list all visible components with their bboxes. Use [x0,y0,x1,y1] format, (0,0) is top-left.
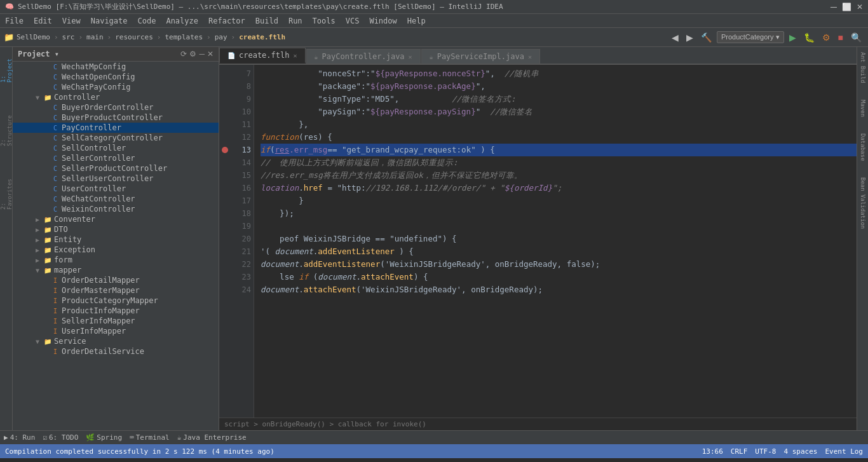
tree-item-usercontroller[interactable]: CUserController [13,184,219,194]
code-line-23[interactable]: lse if (document.attachEvent) { [261,271,857,283]
code-line-21[interactable]: '( document.addEventListener ) { [261,245,857,258]
run-tab[interactable]: ▶ 4: Run [4,433,35,442]
menu-vcs[interactable]: VCS [341,14,365,27]
code-line-16[interactable]: location.href = "http://192.168.1.112/#/… [261,182,857,194]
menu-tools[interactable]: Tools [308,14,341,27]
code-line-8[interactable]: "package":"${payResponse.packAge}", [261,80,857,93]
code-line-13[interactable]: if(res.err_msg == "get_brand_wcpay_reque… [261,144,857,156]
database-tab[interactable]: Database [857,128,868,166]
tree-arrow[interactable]: ▶ [36,226,43,233]
java-enterprise-tab[interactable]: ☕ Java Enterprise [177,433,247,442]
search-everywhere-button[interactable]: 🔍 [848,31,864,44]
tree-item-weixincontroller[interactable]: CWeixinController [13,204,219,214]
tree-item-mapper[interactable]: ▼📁mapper [13,265,219,275]
terminal-tab[interactable]: ⌨ Terminal [130,433,170,442]
tab-close-0[interactable]: ✕ [293,52,297,59]
ant-build-tab[interactable]: Ant Build [857,47,868,88]
breadcrumb-main[interactable]: main [86,33,104,41]
tree-item-sellcontroller[interactable]: CSellController [13,143,219,153]
line-ending[interactable]: CRLF [731,447,748,456]
tree-item-sellerusercontroller[interactable]: CSellerUserController [13,173,219,184]
favorites-side-tab[interactable]: 2: Favorites [0,174,13,212]
tree-item-productcategorymapper[interactable]: IProductCategoryMapper [13,296,219,306]
gear-icon[interactable]: ⚙ [189,50,196,58]
breadcrumb-selldemo[interactable]: SellDemo [17,33,50,41]
build-project-button[interactable]: ⚙ [820,31,833,44]
bean-validation-tab[interactable]: Bean Validation [857,172,868,234]
tree-arrow[interactable]: ▼ [36,267,43,274]
back-button[interactable]: ◀ [669,31,681,44]
tree-item-sellerproductcontroller[interactable]: CSellerProductController [13,163,219,173]
breadcrumb-resources[interactable]: resources [115,33,153,41]
debug-button[interactable]: 🐛 [801,31,817,44]
maximize-button[interactable]: ⬜ [842,3,851,11]
minimize-panel-icon[interactable]: ─ [199,50,205,58]
menu-view[interactable]: View [57,14,86,27]
menu-build[interactable]: Build [250,14,283,27]
minimize-button[interactable]: ─ [831,2,837,12]
breadcrumb-file[interactable]: create.ftlh [239,33,285,41]
code-editor[interactable]: 789101112131415161718192021222324 "nonce… [219,65,857,418]
code-line-12[interactable]: function(res) { [261,131,857,144]
menu-file[interactable]: File [0,14,29,27]
tab-close-1[interactable]: ✕ [409,53,412,60]
tree-arrow[interactable]: ▶ [36,216,43,223]
tree-item-buyerordercontroller[interactable]: CBuyerOrderController [13,102,219,112]
code-line-7[interactable]: "nonceStr":"${payResponse.nonceStr}", //… [261,67,857,80]
breadcrumb-src[interactable]: src [62,33,75,41]
build-button[interactable]: 🔨 [698,31,714,44]
todo-tab[interactable]: ☑ 6: TODO [43,433,78,442]
tree-item-form[interactable]: ▶📁form [13,255,219,265]
tree-item-productinfomapper[interactable]: IProductInfoMapper [13,306,219,316]
menu-code[interactable]: Code [133,14,161,27]
tree-item-entity[interactable]: ▶📁Entity [13,234,219,245]
menu-edit[interactable]: Edit [29,14,57,27]
close-panel-icon[interactable]: ✕ [207,50,214,58]
run-button[interactable]: ▶ [787,31,799,44]
menu-window[interactable]: Window [364,14,402,27]
tree-item-exception[interactable]: ▶📁Exception [13,245,219,255]
code-line-18[interactable]: }); [261,207,857,220]
editor-tab-0[interactable]: 📄 create.ftlh ✕ [219,48,306,64]
tree-item-paycontroller[interactable]: CPayController [13,123,219,133]
editor-tab-1[interactable]: ☕ PayController.java ✕ [306,49,421,64]
menu-run[interactable]: Run [283,14,308,27]
tab-close-2[interactable]: ✕ [528,53,532,60]
project-side-tab[interactable]: 1: Project [0,47,13,85]
menu-analyze[interactable]: Analyze [161,14,203,27]
tree-item-userinfomapper[interactable]: IUserInfoMapper [13,326,219,336]
tree-item-orderdetailmapper[interactable]: IOrderDetailMapper [13,275,219,285]
code-content[interactable]: "nonceStr":"${payResponse.nonceStr}", //… [254,65,857,418]
code-line-11[interactable]: }, [261,118,857,131]
tree-item-wechatmpconfig[interactable]: CWechatMpConfig [13,62,219,72]
tree-item-wechatcontroller[interactable]: CWeChatController [13,194,219,204]
code-line-17[interactable]: } [261,194,857,207]
event-log[interactable]: Event Log [825,447,863,456]
tree-arrow[interactable]: ▼ [36,338,43,345]
code-line-10[interactable]: "paySign":"${payResponse.paySign}" //微信签… [261,105,857,118]
tree-arrow[interactable]: ▶ [36,257,43,264]
menu-refactor[interactable]: Refactor [203,14,250,27]
code-line-22[interactable]: document.addEventListener('WeixinJSBridg… [261,258,857,271]
breadcrumb-pay[interactable]: pay [215,33,227,41]
indent[interactable]: 4 spaces [783,447,817,456]
run-config-dropdown[interactable]: ProductCategory ▾ [717,31,784,43]
tree-item-wechatpayconfig[interactable]: CWeChatPayConfig [13,82,219,92]
code-line-19[interactable] [261,220,857,233]
breakpoint-dot[interactable] [222,147,228,153]
menu-help[interactable]: Help [402,14,431,27]
tree-arrow[interactable]: ▼ [36,94,43,101]
tree-arrow[interactable]: ▶ [36,236,43,243]
tree-arrow[interactable]: ▶ [36,247,43,254]
tree-item-controller[interactable]: ▼📁Controller [13,92,219,102]
tree-item-wechatopenconfig[interactable]: CWechatOpenConfig [13,72,219,82]
tree-item-sellercontroller[interactable]: CSellerController [13,153,219,163]
line-col[interactable]: 13:66 [702,447,723,456]
code-line-9[interactable]: "signType":"MD5", //微信签名方式: [261,93,857,105]
menu-navigate[interactable]: Navigate [86,14,133,27]
forward-button[interactable]: ▶ [684,31,696,44]
tree-item-orderdetailservice[interactable]: IOrderDetailService [13,346,219,357]
code-line-15[interactable]: //res.err_msg将在用户支付成功后返回ok，但并不保证它绝对可靠。 [261,169,857,182]
encoding[interactable]: UTF-8 [755,447,776,456]
code-line-14[interactable]: // 使用以上方式判断前端返回，微信团队郑重提示: [261,156,857,169]
